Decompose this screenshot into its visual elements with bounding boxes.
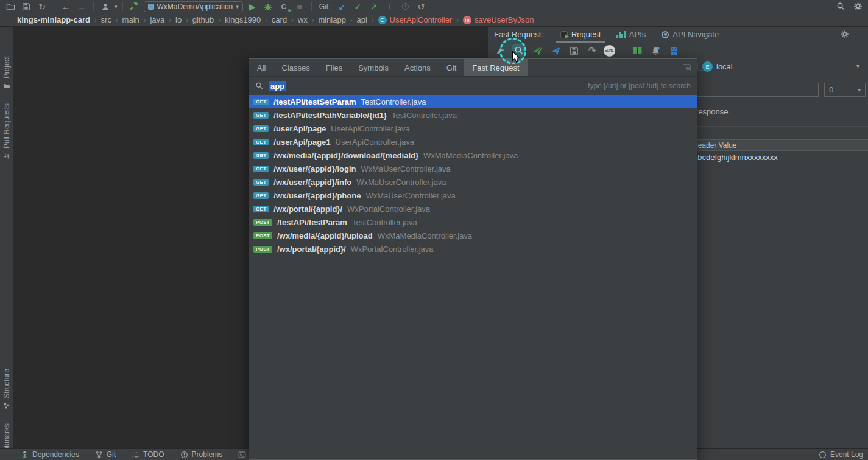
environment-select[interactable]: local (716, 62, 733, 71)
sidebar-item-structure[interactable]: Structure (0, 369, 13, 409)
breadcrumb-item[interactable]: main (122, 15, 139, 24)
toolbar-separator (623, 46, 623, 55)
result-row[interactable]: GET /wx/portal/{appid}/ WxPortalControll… (249, 202, 697, 215)
result-row[interactable]: POST /wx/media/{appid}/upload WxMaMediaC… (249, 229, 697, 242)
result-row[interactable]: GET /wx/user/{appid}/login WxMaUserContr… (249, 162, 697, 175)
redo-icon[interactable]: ↷ (585, 44, 599, 57)
breadcrumb-item[interactable]: java (150, 15, 164, 24)
build-hammer-icon[interactable] (128, 1, 141, 12)
profile-caret-icon[interactable]: ▾ (115, 4, 118, 10)
popup-tab[interactable]: Classes (273, 59, 317, 76)
api-path: /userApi/page (273, 124, 326, 133)
search-everywhere-popup: All Classes Files Symbols Actions Git Fa… (249, 58, 697, 460)
wrench-icon[interactable] (494, 44, 507, 57)
tab-api-navigate[interactable]: API Navigate (654, 27, 726, 42)
tab-request[interactable]: ▶ Request (553, 27, 608, 42)
sync-icon[interactable]: ↻ (35, 1, 49, 12)
back-icon[interactable]: ← (59, 1, 72, 12)
popup-tab[interactable]: Actions (397, 59, 439, 76)
save-request-icon[interactable] (567, 44, 580, 57)
sidebar-item-pull-requests[interactable]: Pull Requests (0, 103, 13, 159)
controller-file: WxMaUserController.java (365, 191, 455, 200)
save-all-icon[interactable] (19, 1, 33, 12)
popup-tab[interactable]: Git (439, 59, 465, 76)
search-input[interactable]: app (269, 81, 286, 91)
sidebar-item-project[interactable]: Project (0, 56, 13, 89)
run-config-name: WxMaDemoApplication (157, 2, 233, 11)
settings-gear-icon[interactable] (851, 1, 864, 12)
git-push-icon[interactable]: ↗ (367, 1, 380, 12)
breadcrumb-class[interactable]: C UserApiController (378, 15, 453, 24)
profile-icon[interactable] (99, 1, 112, 12)
popup-tab[interactable]: Symbols (350, 59, 397, 76)
run-configuration-select[interactable]: WxMaDemoApplication ▾ (144, 1, 243, 12)
tool-button-git[interactable]: Git (95, 450, 116, 459)
run-with-coverage-button[interactable]: C ▶ (277, 1, 291, 12)
result-row[interactable]: GET /userApi/page UserApiController.java (249, 122, 697, 135)
breadcrumb-item[interactable]: card (272, 15, 287, 24)
git-commit-icon[interactable]: ✓ (351, 1, 364, 12)
http-method-badge: GET (253, 139, 269, 145)
send-download-icon[interactable] (549, 44, 562, 57)
pin-window-icon[interactable] (683, 64, 691, 71)
result-row[interactable]: GET /wx/user/{appid}/info WxMaUserContro… (249, 175, 697, 189)
breadcrumb-item[interactable]: io (175, 15, 182, 24)
forward-icon[interactable]: → (75, 1, 88, 12)
tool-button-todo[interactable]: TODO (132, 450, 164, 459)
result-row[interactable]: GET /testAPi/testPathVariable/{id1} Test… (249, 108, 697, 122)
tool-button-problems[interactable]: Problems (180, 450, 223, 459)
http-method-badge: POST (253, 219, 272, 226)
breadcrumb-separator: › (116, 16, 118, 24)
run-config-icon (148, 4, 154, 10)
debug-button[interactable] (261, 1, 275, 12)
breadcrumb-separator: › (144, 16, 146, 24)
chevron-down-icon[interactable]: ▾ (856, 63, 859, 69)
breadcrumb-item[interactable]: src (101, 15, 111, 24)
popup-tab[interactable]: Fast Request (464, 59, 527, 76)
popup-search-row: app type [/url] or [post /url] to search (249, 77, 697, 95)
stop-button[interactable]: ■ (293, 1, 306, 12)
result-row[interactable]: GET /userApi/page1 UserApiController.jav… (249, 135, 697, 148)
http-method-badge: GET (253, 152, 269, 159)
open-folder-icon[interactable] (4, 1, 17, 12)
result-row[interactable]: GET /wx/user/{appid}/phone WxMaUserContr… (249, 189, 697, 202)
result-row[interactable]: POST /wx/portal/{appid}/ WxPortalControl… (249, 242, 697, 256)
rollback-icon[interactable]: ↺ (414, 1, 428, 12)
breadcrumb-item[interactable]: wx (298, 15, 308, 24)
result-row[interactable]: POST /testAPi/testParam TestController.j… (249, 215, 697, 229)
cherry-pick-icon[interactable]: + (383, 1, 396, 12)
result-row[interactable]: GET /testAPi/testSetParam TestController… (249, 95, 697, 108)
tool-button-dependencies[interactable]: Dependencies (21, 450, 79, 459)
notifications-bell-icon[interactable] (649, 44, 662, 57)
api-path: /wx/user/{appid}/login (273, 164, 356, 173)
api-path: /wx/user/{appid}/info (273, 178, 351, 187)
breadcrumb-method[interactable]: m saveUserByJson (463, 15, 534, 24)
documentation-book-icon[interactable] (630, 44, 644, 57)
popup-tab-bar: All Classes Files Symbols Actions Git Fa… (249, 59, 697, 77)
todo-label: TODO (143, 450, 164, 459)
breadcrumb-item[interactable]: miniapp (318, 15, 346, 24)
tool-button-event-log[interactable]: Event Log (819, 450, 863, 459)
gift-icon[interactable] (667, 44, 680, 57)
hide-panel-icon[interactable]: — (855, 30, 863, 39)
panel-settings-gear-icon[interactable] (841, 30, 849, 39)
git-update-icon[interactable]: ↙ (335, 1, 348, 12)
breadcrumb-item[interactable]: kings1990 (225, 15, 261, 24)
search-icon (255, 82, 264, 90)
run-button[interactable]: ▶ (245, 1, 259, 12)
pull-requests-label: Pull Requests (2, 103, 11, 148)
token-value: abcdefghijklmnxxxxxxxx (693, 153, 778, 162)
count-select[interactable]: 0 ▾ (824, 83, 866, 97)
popup-tab[interactable]: Files (318, 59, 350, 76)
search-everywhere-icon[interactable] (834, 1, 847, 12)
breadcrumb-item[interactable]: github (192, 15, 214, 24)
popup-tab[interactable]: All (249, 59, 273, 76)
breadcrumb-project[interactable]: kings-miniapp-card (17, 15, 90, 24)
tab-apis[interactable]: APIs (609, 27, 653, 42)
api-search-icon[interactable] (512, 44, 526, 57)
history-clock-icon[interactable] (398, 1, 412, 12)
send-request-icon[interactable] (531, 44, 544, 57)
result-row[interactable]: GET /wx/media/{appid}/download/{mediaId}… (249, 148, 697, 162)
breadcrumb-item[interactable]: api (357, 15, 367, 24)
curl-icon[interactable]: cURL (604, 45, 615, 57)
